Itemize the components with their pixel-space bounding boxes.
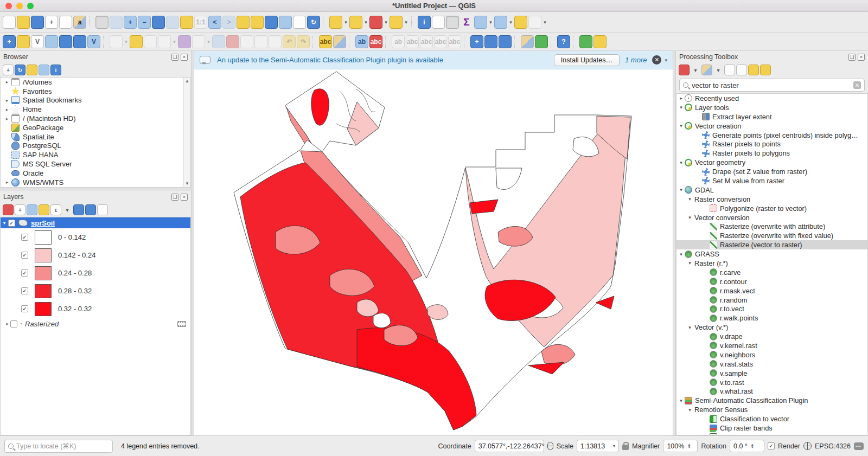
new-print-layout[interactable]: + (45, 16, 58, 29)
toolbox-options[interactable] (760, 65, 771, 75)
current-edits[interactable] (110, 35, 123, 48)
browser-item[interactable]: ▸ Spatial Bookmarks (1, 96, 190, 105)
mouse-position-icon[interactable] (547, 442, 553, 450)
zoom-next[interactable]: > (222, 16, 235, 29)
layers-float-button[interactable]: ❏ (171, 194, 178, 201)
browser-refresh[interactable]: ↻ (15, 65, 25, 75)
layers-close-button[interactable]: × (181, 194, 188, 201)
toolbox-float-button[interactable]: ❏ (848, 54, 856, 61)
new-map-view[interactable] (237, 16, 250, 29)
toolbox-tree-item[interactable]: r.walk.points (676, 313, 867, 323)
legend-class-checkbox[interactable]: ✓ (21, 252, 28, 259)
identify-features[interactable]: i (418, 16, 431, 29)
zoom-to-layer[interactable] (180, 16, 193, 29)
toolbar-separator[interactable] (312, 36, 316, 48)
browser-item[interactable]: MS SQL Server (1, 159, 190, 169)
new-3d-map-view[interactable] (251, 16, 264, 29)
toolbox-tree-item[interactable]: Rasterize (overwrite with attribute) (676, 222, 867, 231)
zoom-full-extent[interactable] (152, 16, 165, 29)
toolbox-history[interactable] (724, 65, 735, 75)
lock-scale-icon[interactable] (622, 445, 629, 450)
new-gpx-layer[interactable]: V (87, 35, 100, 48)
toolbox-tree-item[interactable]: ▾ Raster conversion (676, 195, 867, 204)
new-virtual-layer[interactable] (59, 35, 72, 48)
attr-table-dropdown[interactable]: ▾ (488, 16, 494, 29)
select-by-value[interactable] (349, 16, 362, 29)
new-geopackage-layer[interactable] (17, 35, 30, 48)
save-layer-edits[interactable] (144, 35, 157, 48)
notification-close-icon[interactable]: ✕ (652, 55, 661, 65)
legend-class-checkbox[interactable]: ✓ (21, 234, 28, 241)
change-label-properties[interactable]: abc (448, 35, 461, 48)
modify-attributes[interactable] (212, 35, 225, 48)
toolbox-tree-item[interactable]: r.carve (676, 268, 867, 277)
select-form-dropdown[interactable]: ▾ (403, 16, 409, 29)
notification-dropdown-icon[interactable]: ▾ (665, 57, 667, 63)
map-tips[interactable] (514, 16, 527, 29)
crs-globe-icon[interactable] (803, 442, 812, 450)
new-project[interactable] (3, 16, 16, 29)
select-dropdown[interactable]: ▾ (343, 16, 349, 29)
toolbox-results-viewer[interactable] (736, 65, 747, 75)
zoom-in-tool[interactable]: + (124, 16, 137, 29)
zoom-out-tool[interactable]: − (138, 16, 151, 29)
filter-by-expression[interactable]: ε (50, 204, 61, 215)
new-spatialite-layer[interactable] (45, 35, 58, 48)
feature-action-dropdown[interactable]: ▾ (542, 16, 548, 29)
toolbox-tree-item[interactable]: Set M value from raster (676, 176, 867, 185)
show-bookmarks[interactable] (279, 16, 292, 29)
toolbox-tree-item[interactable]: ▾ Vector geometry (676, 158, 867, 167)
manage-visibility[interactable] (27, 204, 37, 215)
scale-combobox[interactable]: 1:13813▾ (577, 440, 619, 452)
show-statistics[interactable]: Σ (460, 16, 473, 29)
toolbox-close-button[interactable]: × (858, 54, 865, 61)
toolbox-models[interactable] (679, 65, 690, 75)
toolbox-tree-item[interactable]: ▾ GRASS (676, 249, 867, 259)
vertex-tool[interactable] (192, 35, 205, 48)
toolbar-separator[interactable] (103, 36, 107, 48)
data-source-manager[interactable]: + (3, 35, 16, 48)
browser-item[interactable]: GeoPackage (1, 123, 190, 132)
toolbox-tree-item[interactable]: ▾ Vector conversion (676, 213, 867, 222)
add-circular-string[interactable] (178, 35, 191, 48)
browser-float-button[interactable]: ❏ (171, 54, 178, 61)
new-spatial-bookmark[interactable] (265, 16, 278, 29)
layout-manager[interactable] (59, 16, 72, 29)
metasearch-add[interactable]: + (470, 35, 483, 48)
toolbox-tree-item[interactable]: v.sample (676, 369, 867, 378)
browser-properties[interactable]: i (50, 65, 61, 75)
toolbox-tree-item[interactable]: ▾ Raster (r.*) (676, 259, 867, 268)
toolbar-separator[interactable] (89, 16, 93, 28)
render-checkbox[interactable]: ✓ (768, 442, 775, 449)
expression-dropdown[interactable]: ▾ (62, 204, 73, 215)
processing-toolbox-toggle[interactable] (446, 16, 459, 29)
toolbar-separator[interactable] (323, 16, 327, 28)
toggle-editing[interactable] (130, 35, 143, 48)
models-dropdown[interactable]: ▾ (690, 65, 701, 75)
browser-scrollbar[interactable]: ▲▼ (183, 78, 190, 187)
toolbox-tree-item[interactable]: v.to.rast (676, 378, 867, 387)
edit-features-in-place[interactable] (748, 65, 759, 75)
expand-all[interactable] (73, 204, 84, 215)
measure-dropdown[interactable]: ▾ (508, 16, 514, 29)
add-group[interactable]: + (15, 204, 25, 215)
toolbox-tree-item[interactable]: Drape (set Z value from raster) (676, 167, 867, 176)
new-shapefile-layer[interactable]: V (31, 35, 44, 48)
layer-labeling[interactable]: abc (319, 35, 332, 48)
toolbox-tree-item[interactable]: v.drape (676, 332, 867, 341)
toolbox-scripts[interactable] (701, 65, 712, 75)
filter-legend[interactable] (39, 204, 49, 215)
zoom-native[interactable]: 1:1 (194, 16, 207, 29)
zoom-to-selection[interactable] (166, 16, 179, 29)
osm-edit[interactable] (593, 35, 607, 48)
temporal-controller[interactable] (293, 16, 306, 29)
rotation-spinbox[interactable]: 0.0 °▲▼ (730, 440, 764, 452)
layer-row-sprsoil[interactable]: ▾ ✓ sprSoil (1, 217, 190, 228)
memory-layer-indicator-icon[interactable] (177, 321, 186, 327)
toolbox-tree-item[interactable]: Raster pixels to points (676, 139, 867, 149)
browser-item[interactable]: Favorites (1, 87, 190, 96)
toolbar-separator[interactable] (551, 36, 554, 48)
rotate-label[interactable]: abc (434, 35, 447, 48)
toolbar-separator[interactable] (349, 36, 353, 48)
toolbar-separator[interactable] (464, 36, 468, 48)
